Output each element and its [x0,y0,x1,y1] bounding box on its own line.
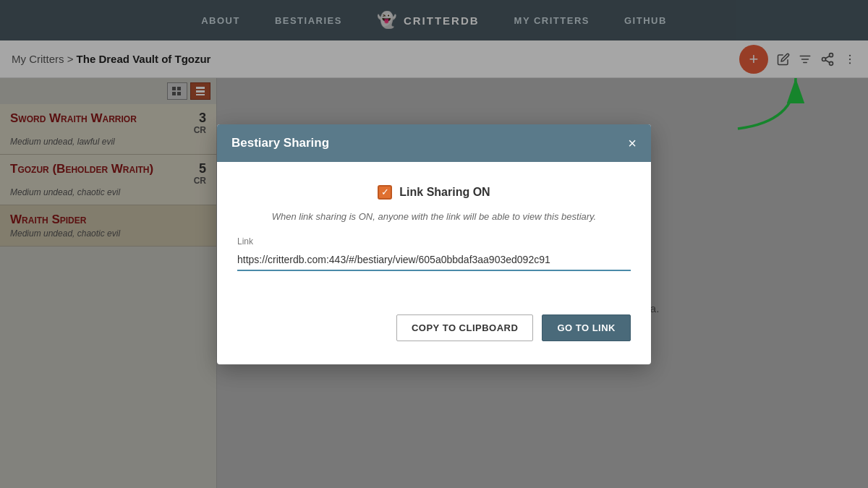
link-sharing-hint: When link sharing is ON, anyone with the… [237,211,631,222]
modal-dialog: Bestiary Sharing × ✓ Link Sharing ON Whe… [217,124,651,364]
link-field-label: Link [237,236,631,247]
modal-header: Bestiary Sharing × [217,124,651,162]
copy-clipboard-button[interactable]: COPY TO CLIPBOARD [396,314,533,341]
link-sharing-checkbox[interactable]: ✓ [378,185,392,200]
modal-body: ✓ Link Sharing ON When link sharing is O… [217,162,651,364]
modal-close-button[interactable]: × [628,136,637,150]
link-sharing-row: ✓ Link Sharing ON [237,185,631,200]
link-input[interactable] [237,249,631,271]
link-sharing-label: Link Sharing ON [399,186,490,199]
modal-spacer [237,271,631,314]
modal-footer: COPY TO CLIPBOARD GO TO LINK [237,314,631,347]
goto-link-button[interactable]: GO TO LINK [542,314,631,341]
modal-title: Bestiary Sharing [231,136,329,150]
modal-overlay: Bestiary Sharing × ✓ Link Sharing ON Whe… [0,0,868,488]
